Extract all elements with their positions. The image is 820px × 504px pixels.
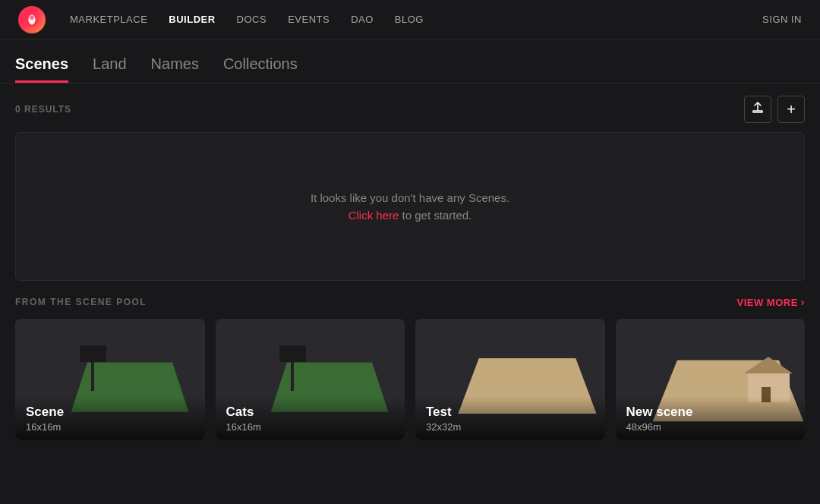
- scene-cards-grid: Scene 16x16m Cats 16x16m: [15, 319, 805, 440]
- nav-link-builder[interactable]: BUILDER: [169, 14, 215, 25]
- upload-button[interactable]: [744, 96, 771, 123]
- tabs-bar: Scenes Land Names Collections: [0, 39, 820, 83]
- add-button[interactable]: +: [777, 96, 805, 123]
- card-size-4: 48x96m: [626, 421, 795, 433]
- svg-point-2: [30, 15, 34, 20]
- card-name-1: Scene: [26, 405, 194, 420]
- nav-links: MARKETPLACE BUILDER DOCS EVENTS DAO BLOG: [70, 14, 738, 25]
- empty-text-line2: to get started.: [399, 209, 472, 222]
- card-name-3: Test: [426, 405, 594, 420]
- card-info-4: New scene 48x96m: [616, 397, 806, 440]
- results-header: 0 RESULTS +: [15, 96, 805, 123]
- billboard-1: [91, 345, 94, 391]
- billboard-2: [291, 345, 294, 391]
- tab-collections[interactable]: Collections: [223, 55, 298, 83]
- tab-scenes[interactable]: Scenes: [15, 55, 68, 83]
- main-content: 0 RESULTS + It looks like you don't have…: [0, 83, 820, 452]
- card-name-2: Cats: [226, 405, 395, 420]
- plus-icon: +: [787, 102, 796, 117]
- scene-card-cats[interactable]: Cats 16x16m: [216, 319, 405, 440]
- chevron-right-icon: ›: [801, 296, 805, 308]
- nav-link-marketplace[interactable]: MARKETPLACE: [70, 14, 147, 25]
- house-roof: [744, 357, 793, 373]
- results-count: 0 RESULTS: [15, 104, 71, 115]
- pool-title: FROM THE SCENE POOL: [15, 297, 147, 307]
- card-size-1: 16x16m: [26, 421, 194, 433]
- nav-link-dao[interactable]: DAO: [351, 14, 374, 25]
- scene-card-new[interactable]: New scene 48x96m: [616, 319, 806, 440]
- navbar: MARKETPLACE BUILDER DOCS EVENTS DAO BLOG…: [0, 0, 820, 39]
- empty-text-line1: It looks like you don't have any Scenes.: [311, 191, 509, 204]
- get-started-link[interactable]: Click here: [348, 209, 399, 222]
- tab-names[interactable]: Names: [151, 55, 199, 83]
- scene-pool-section: FROM THE SCENE POOL VIEW MORE › Scene 16…: [15, 296, 805, 440]
- signin-button[interactable]: SIGN IN: [762, 14, 802, 25]
- upload-icon: [752, 102, 764, 117]
- view-more-button[interactable]: VIEW MORE ›: [736, 296, 805, 308]
- nav-link-docs[interactable]: DOCS: [237, 14, 267, 25]
- scene-card-scene[interactable]: Scene 16x16m: [15, 319, 205, 440]
- nav-link-blog[interactable]: BLOG: [395, 14, 424, 25]
- card-name-4: New scene: [626, 405, 795, 420]
- scene-card-test[interactable]: Test 32x32m: [415, 319, 605, 440]
- card-info-1: Scene 16x16m: [15, 397, 205, 440]
- card-size-2: 16x16m: [226, 421, 395, 433]
- logo[interactable]: [18, 6, 46, 33]
- empty-link-line: Click here to get started.: [348, 209, 472, 222]
- action-buttons: +: [744, 96, 805, 123]
- view-more-label: VIEW MORE: [736, 297, 797, 308]
- tab-land[interactable]: Land: [93, 55, 127, 83]
- card-info-2: Cats 16x16m: [216, 397, 405, 440]
- nav-link-events[interactable]: EVENTS: [288, 14, 330, 25]
- empty-panel: It looks like you don't have any Scenes.…: [15, 132, 805, 281]
- card-size-3: 32x32m: [426, 421, 594, 433]
- card-info-3: Test 32x32m: [415, 397, 605, 440]
- pool-header: FROM THE SCENE POOL VIEW MORE ›: [15, 296, 805, 308]
